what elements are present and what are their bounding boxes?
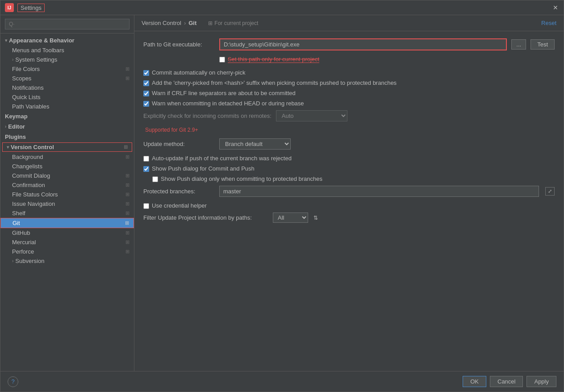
sidebar-item-editor[interactable]: › Editor (0, 121, 134, 132)
search-input[interactable] (5, 19, 130, 29)
sidebar: ▾ Appearance & Behavior Menus and Toolba… (0, 15, 134, 371)
sidebar-item-file-status-colors[interactable]: File Status Colors ⊞ (0, 190, 134, 199)
sidebar-item-path-variables[interactable]: Path Variables (0, 102, 134, 111)
copy-icon: ⊞ (125, 201, 130, 207)
incoming-commits-row: Explicitly check for incoming commits on… (143, 110, 555, 121)
sidebar-label: Shelf (12, 210, 25, 217)
crlf-checkbox[interactable] (143, 91, 149, 96)
main-content: ▾ Appearance & Behavior Menus and Toolba… (0, 15, 564, 371)
sidebar-label: Keymap (5, 113, 28, 120)
sidebar-item-system-settings[interactable]: › System Settings (0, 55, 134, 64)
detached-head-row: Warn when committing in detached HEAD or… (143, 100, 555, 107)
show-push-checkbox[interactable] (143, 166, 149, 172)
for-project-label: ⊞ For current project (208, 20, 258, 26)
sidebar-label: Editor (8, 123, 25, 130)
copy-icon: ⊞ (125, 230, 130, 236)
breadcrumb-part2: Git (188, 20, 196, 26)
credential-helper-checkbox[interactable] (143, 203, 149, 209)
sidebar-item-confirmation[interactable]: Confirmation ⊞ (0, 180, 134, 190)
sidebar-item-plugins[interactable]: Plugins (0, 132, 134, 142)
search-box (0, 15, 134, 33)
help-button[interactable]: ? (8, 376, 18, 387)
sidebar-item-github[interactable]: GitHub ⊞ (0, 228, 134, 238)
credential-helper-row: Use credential helper (143, 202, 555, 209)
sidebar-label: Notifications (12, 84, 44, 91)
copy-icon: ⊞ (125, 239, 130, 245)
incoming-select[interactable]: Auto (276, 110, 347, 121)
title-bar: IJ Settings ✕ (0, 0, 564, 15)
sidebar-item-subversion[interactable]: › Subversion (0, 256, 134, 266)
cancel-button[interactable]: Cancel (490, 376, 523, 387)
sidebar-item-mercurial[interactable]: Mercurial ⊞ (0, 238, 134, 247)
sidebar-item-shelf[interactable]: Shelf ⊞ (0, 209, 134, 218)
filter-update-row: Filter Update Project information by pat… (143, 213, 555, 223)
sidebar-item-appearance[interactable]: ▾ Appearance & Behavior (0, 35, 134, 46)
breadcrumb: Version Control › Git ⊞ For current proj… (142, 20, 258, 26)
update-method-select[interactable]: Branch default Merge Rebase (219, 138, 291, 150)
expand-arrow: › (5, 124, 6, 129)
auto-update-label: Auto-update if push of the current branc… (152, 155, 292, 162)
sidebar-item-changelists[interactable]: Changelists (0, 162, 134, 171)
expand-protected-button[interactable]: ⤢ (545, 187, 555, 196)
copy-icon: ⊞ (125, 210, 130, 216)
ok-button[interactable]: OK (463, 376, 486, 387)
reset-button[interactable]: Reset (541, 20, 556, 26)
sidebar-item-background[interactable]: Background ⊞ (0, 152, 134, 162)
show-push-protected-label: Show Push dialog only when committing to… (161, 175, 322, 182)
sidebar-label: Subversion (15, 258, 44, 264)
show-push-protected-row: Show Push dialog only when committing to… (152, 175, 555, 182)
sidebar-label: Confirmation (12, 182, 45, 188)
sidebar-label: Git (13, 220, 20, 226)
auto-update-checkbox[interactable] (143, 156, 149, 162)
expand-arrow: › (12, 259, 13, 263)
detached-head-checkbox[interactable] (143, 101, 149, 107)
sidebar-item-version-control[interactable]: ▾ Version Control ⊞ (2, 142, 132, 152)
set-path-checkbox[interactable] (219, 57, 225, 63)
filter-spinner: ⇅ (313, 215, 318, 221)
copy-icon: ⊞ (125, 192, 130, 197)
project-icon: ⊞ (208, 20, 213, 26)
git-path-label: Path to Git executable: (143, 41, 215, 48)
sidebar-item-menus-toolbars[interactable]: Menus and Toolbars (0, 46, 134, 55)
sidebar-item-quick-lists[interactable]: Quick Lists (0, 92, 134, 102)
test-button[interactable]: Test (531, 39, 555, 50)
sidebar-label: Version Control (11, 144, 54, 150)
cherry-hash-checkbox[interactable] (143, 80, 149, 86)
git-path-input[interactable] (219, 38, 507, 50)
sidebar-item-file-colors[interactable]: File Colors ⊞ (0, 64, 134, 74)
cherry-pick-checkbox[interactable] (143, 70, 149, 76)
protected-branches-input[interactable] (219, 186, 539, 197)
sidebar-label: Quick Lists (12, 94, 41, 100)
app-icon: IJ (5, 3, 14, 12)
credential-helper-label: Use credential helper (152, 202, 207, 209)
expand-arrow: ▾ (5, 38, 7, 43)
sidebar-item-commit-dialog[interactable]: Commit Dialog ⊞ (0, 171, 134, 180)
sidebar-label: Background (12, 154, 43, 160)
sidebar-label: System Settings (15, 56, 57, 63)
sidebar-item-perforce[interactable]: Perforce ⊞ (0, 247, 134, 256)
copy-icon: ⊞ (125, 66, 130, 72)
show-push-protected-checkbox[interactable] (152, 176, 158, 182)
update-method-row: Update method: Branch default Merge Reba… (143, 138, 555, 150)
close-button[interactable]: ✕ (552, 4, 559, 11)
copy-icon: ⊞ (125, 249, 130, 254)
filter-update-select[interactable]: All None Custom (273, 213, 308, 223)
sidebar-label: Mercurial (12, 239, 36, 246)
cherry-hash-row: Add the 'cherry-picked from <hash>' suff… (143, 79, 555, 86)
expand-arrow: ▾ (7, 145, 9, 150)
content-body: Path to Git executable: ... Test Set thi… (134, 31, 564, 371)
update-method-label: Update method: (143, 141, 215, 147)
sidebar-label: GitHub (12, 229, 30, 236)
copy-icon: ⊞ (125, 182, 130, 188)
sidebar-item-scopes[interactable]: Scopes ⊞ (0, 74, 134, 83)
sidebar-item-notifications[interactable]: Notifications (0, 83, 134, 92)
sidebar-label: Menus and Toolbars (12, 47, 64, 54)
show-push-label: Show Push dialog for Commit and Push (152, 165, 255, 172)
sidebar-item-keymap[interactable]: Keymap (0, 111, 134, 121)
apply-button[interactable]: Apply (526, 376, 556, 387)
sidebar-item-git[interactable]: Git ⊞ (0, 218, 134, 228)
sidebar-item-issue-navigation[interactable]: Issue Navigation ⊞ (0, 199, 134, 209)
sidebar-tree: ▾ Appearance & Behavior Menus and Toolba… (0, 33, 134, 371)
browse-button[interactable]: ... (511, 39, 526, 50)
protected-branches-row: Protected branches: ⤢ (143, 186, 555, 197)
